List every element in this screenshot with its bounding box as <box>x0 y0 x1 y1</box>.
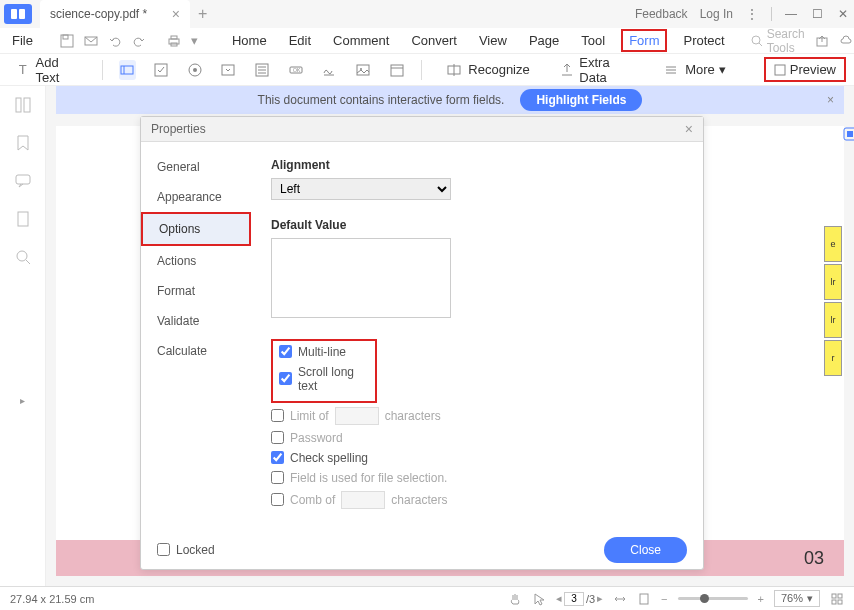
mail-icon[interactable] <box>83 33 99 49</box>
locked-check[interactable]: Locked <box>157 543 215 557</box>
menu-protect[interactable]: Protect <box>677 31 730 50</box>
scroll-long-checkbox[interactable] <box>279 372 292 385</box>
nav-appearance[interactable]: Appearance <box>141 182 251 212</box>
nav-calculate[interactable]: Calculate <box>141 336 251 366</box>
listbox-field-icon[interactable] <box>253 60 271 80</box>
cloud-icon[interactable] <box>839 33 853 49</box>
zoom-in-icon[interactable]: + <box>758 593 764 605</box>
bookmark-icon[interactable] <box>14 134 32 152</box>
kebab-icon[interactable]: ⋮ <box>745 7 759 21</box>
save-icon[interactable] <box>59 33 75 49</box>
undo-icon[interactable] <box>107 33 123 49</box>
login-link[interactable]: Log In <box>700 7 733 21</box>
dropdown-icon[interactable]: ▾ <box>191 33 198 49</box>
zoom-combo[interactable]: 76% ▾ <box>774 590 820 607</box>
nav-general[interactable]: General <box>141 152 251 182</box>
search-tools[interactable]: Search Tools <box>751 27 805 55</box>
alignment-select[interactable]: Left <box>271 178 451 200</box>
minimize-icon[interactable]: — <box>784 7 798 21</box>
zoom-slider[interactable] <box>678 597 748 600</box>
menu-file[interactable]: File <box>6 33 39 48</box>
new-tab-button[interactable]: + <box>198 5 207 23</box>
redo-icon[interactable] <box>131 33 147 49</box>
limit-of-checkbox[interactable] <box>271 409 284 422</box>
password-checkbox[interactable] <box>271 431 284 444</box>
menu-home[interactable]: Home <box>226 31 273 50</box>
menu-convert[interactable]: Convert <box>405 31 463 50</box>
prev-page-icon[interactable]: ◂ <box>556 592 562 605</box>
search-placeholder: Search Tools <box>767 27 805 55</box>
zoom-out-icon[interactable]: − <box>661 593 667 605</box>
field-file-checkbox[interactable] <box>271 471 284 484</box>
comment-icon[interactable] <box>14 172 32 190</box>
image-field-icon[interactable] <box>354 60 372 80</box>
svg-rect-37 <box>16 175 30 184</box>
attachment-icon[interactable] <box>14 210 32 228</box>
menu-view[interactable]: View <box>473 31 513 50</box>
fit-page-icon[interactable] <box>637 592 651 606</box>
svg-rect-48 <box>838 600 842 604</box>
field-file-check[interactable]: Field is used for file selection. <box>271 471 683 485</box>
maximize-icon[interactable]: ☐ <box>810 7 824 21</box>
form-indicator-icon[interactable] <box>842 126 854 142</box>
limit-of-check[interactable]: Limit of characters <box>271 407 683 425</box>
nav-validate[interactable]: Validate <box>141 306 251 336</box>
check-spelling-check[interactable]: Check spelling <box>271 451 683 465</box>
password-check[interactable]: Password <box>271 431 683 445</box>
hand-tool-icon[interactable] <box>508 592 522 606</box>
menu-page[interactable]: Page <box>523 31 565 50</box>
preview-button[interactable]: Preview <box>764 57 846 82</box>
multi-line-check[interactable]: Multi-line <box>279 345 369 359</box>
banner-close-icon[interactable]: × <box>827 93 834 107</box>
default-value-textarea[interactable] <box>271 238 451 318</box>
nav-options[interactable]: Options <box>141 212 251 246</box>
next-page-icon[interactable]: ▸ <box>597 592 603 605</box>
page-input[interactable] <box>564 592 584 606</box>
multi-line-checkbox[interactable] <box>279 345 292 358</box>
tab-close-icon[interactable]: × <box>172 6 180 22</box>
textfield-icon[interactable] <box>119 60 137 80</box>
extra-data-button[interactable]: Extra Data <box>552 52 639 88</box>
locked-checkbox[interactable] <box>157 543 170 556</box>
menu-tool[interactable]: Tool <box>575 31 611 50</box>
print-icon[interactable] <box>167 33 181 49</box>
comb-of-check[interactable]: Comb of characters <box>271 491 683 509</box>
comb-of-input[interactable] <box>341 491 385 509</box>
signature-field-icon[interactable] <box>320 60 338 80</box>
scroll-long-check[interactable]: Scroll long text <box>279 365 369 393</box>
svg-rect-0 <box>11 9 17 19</box>
add-text-button[interactable]: T Add Text <box>8 52 86 88</box>
zoom-thumb[interactable] <box>700 594 709 603</box>
date-field-icon[interactable] <box>388 60 406 80</box>
dialog-close-icon[interactable]: × <box>685 121 693 137</box>
menu-edit[interactable]: Edit <box>283 31 317 50</box>
close-button[interactable]: Close <box>604 537 687 563</box>
banner-message: This document contains interactive form … <box>258 93 505 107</box>
close-window-icon[interactable]: ✕ <box>836 7 850 21</box>
expand-rail-icon[interactable]: ▸ <box>20 395 25 406</box>
document-tab[interactable]: science-copy.pdf * × <box>40 0 190 28</box>
check-spelling-checkbox[interactable] <box>271 451 284 464</box>
button-field-icon[interactable]: OK <box>287 60 305 80</box>
nav-actions[interactable]: Actions <box>141 246 251 276</box>
menu-comment[interactable]: Comment <box>327 31 395 50</box>
recognize-button[interactable]: Recognize <box>438 57 535 83</box>
checkbox-field-icon[interactable] <box>152 60 170 80</box>
highlight-fields-button[interactable]: Highlight Fields <box>520 89 642 111</box>
radio-field-icon[interactable] <box>186 60 204 80</box>
feedback-link[interactable]: Feedback <box>635 7 688 21</box>
dialog-nav: General Appearance Options Actions Forma… <box>141 142 251 531</box>
element-cell: lr <box>824 302 842 338</box>
share-icon[interactable] <box>815 33 829 49</box>
thumbnails-icon[interactable] <box>14 96 32 114</box>
menu-form[interactable]: Form <box>621 29 667 52</box>
fit-width-icon[interactable] <box>613 592 627 606</box>
limit-of-input[interactable] <box>335 407 379 425</box>
comb-of-checkbox[interactable] <box>271 493 284 506</box>
search-rail-icon[interactable] <box>14 248 32 266</box>
dropdown-field-icon[interactable] <box>219 60 237 80</box>
nav-format[interactable]: Format <box>141 276 251 306</box>
select-tool-icon[interactable] <box>532 592 546 606</box>
fullscreen-icon[interactable] <box>830 592 844 606</box>
more-button[interactable]: More ▾ <box>655 57 732 83</box>
